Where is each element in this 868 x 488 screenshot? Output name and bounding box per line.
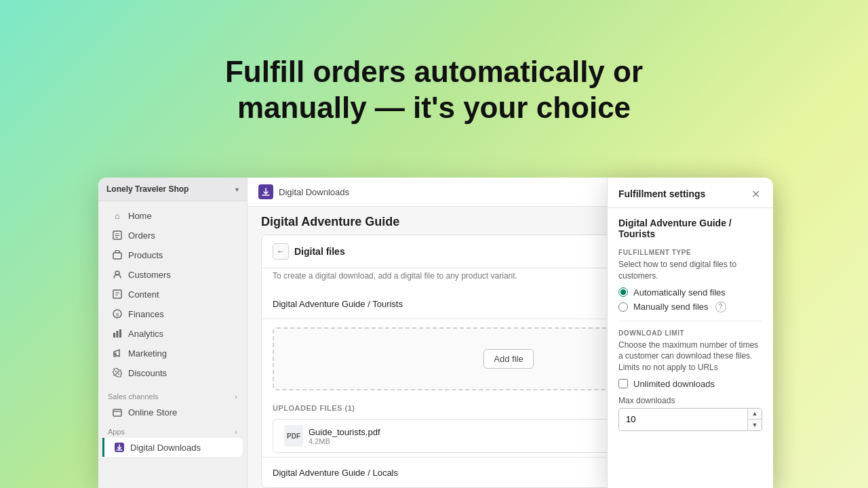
content-icon	[112, 289, 123, 300]
store-chevron-icon: ▾	[235, 186, 239, 193]
svg-rect-4	[113, 253, 121, 259]
sidebar-item-label: Content	[128, 289, 159, 300]
store-name: Lonely Traveler Shop	[106, 184, 189, 194]
panel-body: Digital Adventure Guide / Tourists FULFI…	[608, 208, 773, 488]
auto-send-radio[interactable]	[618, 287, 628, 297]
sidebar-item-label: Orders	[128, 230, 155, 241]
orders-icon	[112, 230, 123, 241]
nav-section: ⌂ Home Orders Products Customers	[98, 201, 247, 387]
sidebar-item-label: Home	[128, 211, 152, 221]
file-info: PDF Guide_tourists.pdf 4.2MB	[284, 425, 380, 447]
customers-icon	[112, 269, 123, 280]
sidebar-item-finances[interactable]: $ Finances	[102, 304, 243, 323]
sidebar-item-orders[interactable]: Orders	[102, 226, 243, 245]
svg-rect-12	[117, 331, 119, 338]
products-icon	[112, 249, 123, 260]
marketing-icon	[112, 348, 123, 359]
close-button[interactable]: ✕	[749, 187, 762, 201]
manual-send-option: Manually send files ?	[618, 302, 762, 312]
panel-product-name: Digital Adventure Guide / Tourists	[618, 218, 762, 239]
sidebar-item-online-store[interactable]: Online Store	[102, 403, 243, 422]
spinner-down-button[interactable]: ▼	[748, 420, 762, 430]
pdf-icon: PDF	[284, 425, 303, 447]
spinner-up-button[interactable]: ▲	[748, 409, 762, 420]
manual-help-icon[interactable]: ?	[715, 302, 726, 312]
sidebar: Lonely Traveler Shop ▾ ⌂ Home Orders Pro…	[98, 178, 248, 488]
store-selector[interactable]: Lonely Traveler Shop ▾	[98, 178, 247, 201]
fulfillment-panel: Fulfillment settings ✕ Digital Adventure…	[607, 178, 773, 488]
max-downloads-input[interactable]	[619, 410, 747, 428]
sales-channels-label: Sales channels ›	[98, 387, 247, 402]
sales-channels-expand-icon: ›	[235, 392, 237, 401]
online-store-icon	[112, 407, 123, 418]
fulfillment-type-label: FULFILLMENT TYPE	[618, 249, 762, 256]
sidebar-item-customers[interactable]: Customers	[102, 265, 243, 284]
max-downloads-label: Max downloads	[618, 396, 762, 405]
analytics-icon	[112, 328, 123, 339]
sidebar-item-label: Finances	[128, 309, 164, 319]
home-icon: ⌂	[112, 210, 123, 221]
sidebar-item-label: Products	[128, 250, 163, 260]
apps-label: Apps ›	[98, 422, 247, 437]
number-spinners: ▲ ▼	[747, 409, 762, 430]
unlimited-downloads-row: Unlimited downloads	[618, 379, 762, 389]
auto-send-option: Automatically send files	[618, 287, 762, 298]
sidebar-item-content[interactable]: Content	[102, 285, 243, 304]
sidebar-item-analytics[interactable]: Analytics	[102, 324, 243, 343]
manual-send-radio[interactable]	[618, 302, 628, 312]
svg-rect-6	[113, 290, 121, 298]
sidebar-item-discounts[interactable]: Discounts	[102, 363, 243, 382]
file-size: 4.2MB	[309, 437, 380, 445]
svg-text:$: $	[116, 312, 119, 318]
svg-rect-13	[119, 329, 121, 338]
sidebar-item-home[interactable]: ⌂ Home	[102, 206, 243, 225]
sidebar-item-digital-downloads[interactable]: Digital Downloads	[102, 438, 243, 457]
auto-send-label: Automatically send files	[633, 287, 726, 298]
variant1-name: Digital Adventure Guide / Tourists	[273, 299, 403, 309]
manual-send-label: Manually send files	[633, 302, 709, 312]
digital-downloads-icon	[114, 442, 125, 453]
svg-rect-18	[113, 409, 121, 416]
sidebar-item-label: Customers	[128, 270, 171, 280]
hero-title: Fulfill orders automatically or manually…	[197, 54, 671, 126]
back-arrow-button[interactable]: ←	[273, 243, 289, 260]
sidebar-item-label: Digital Downloads	[130, 443, 201, 453]
apps-expand-icon: ›	[235, 428, 237, 436]
svg-point-17	[118, 373, 119, 375]
svg-rect-11	[113, 333, 115, 338]
download-limit-label: DOWNLOAD LIMIT	[618, 329, 762, 337]
svg-point-15	[115, 371, 117, 372]
section-divider	[618, 321, 762, 321]
fulfillment-type-desc: Select how to send digital files to cust…	[618, 259, 762, 282]
max-downloads-input-wrapper: ▲ ▼	[618, 408, 762, 431]
sidebar-item-products[interactable]: Products	[102, 245, 243, 264]
sidebar-item-marketing[interactable]: Marketing	[102, 344, 243, 363]
unlimited-downloads-checkbox[interactable]	[618, 379, 628, 388]
sidebar-item-label: Marketing	[128, 348, 167, 359]
sidebar-item-label: Online Store	[128, 407, 177, 418]
finances-icon: $	[112, 308, 123, 319]
add-file-button[interactable]: Add file	[484, 349, 533, 369]
download-limit-desc: Choose the maximum number of times a cus…	[618, 340, 762, 373]
digital-files-title: ← Digital files	[273, 243, 345, 260]
breadcrumb: Digital Downloads	[279, 187, 349, 197]
unlimited-downloads-label: Unlimited downloads	[633, 379, 715, 389]
variant2-name: Digital Adventure Guide / Locals	[273, 468, 398, 478]
hero-section: Fulfill orders automatically or manually…	[0, 0, 868, 153]
sidebar-item-label: Analytics	[128, 329, 163, 339]
app-icon	[258, 184, 273, 199]
panel-header: Fulfillment settings ✕	[608, 178, 773, 208]
discounts-icon	[112, 367, 123, 378]
file-name: Guide_tourists.pdf	[309, 427, 380, 437]
panel-title: Fulfillment settings	[618, 188, 705, 199]
sidebar-item-label: Discounts	[128, 368, 167, 378]
